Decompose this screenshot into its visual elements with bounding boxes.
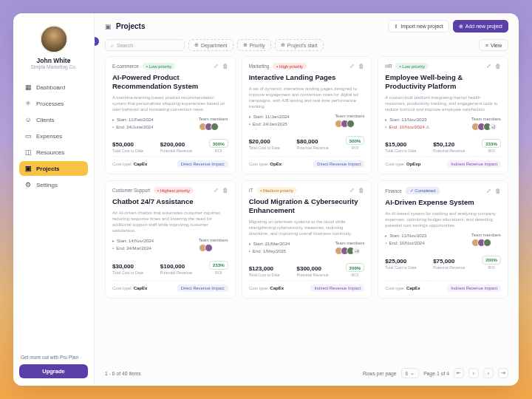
total-cost: $20,000 xyxy=(249,138,280,145)
open-icon[interactable]: ⤢ xyxy=(486,188,491,194)
chevron-down-icon: ⌄ xyxy=(410,370,415,376)
open-icon[interactable]: ⤢ xyxy=(486,63,491,69)
plus-icon: ⊕ xyxy=(459,24,463,30)
open-icon[interactable]: ⤢ xyxy=(349,187,355,194)
project-card[interactable]: Finance✓ Completed⤢🗑AI-Driven Expense Sy… xyxy=(378,180,508,299)
project-card[interactable]: E-commerce• Low priority⤢🗑AI-Powered Pro… xyxy=(105,56,236,174)
import-project-button[interactable]: ⇪Import new project xyxy=(388,20,449,33)
nav-item-dashboard[interactable]: ▦Dashboard xyxy=(19,80,88,95)
impact-badge: Direct Revenue Impact xyxy=(177,160,228,168)
nav-item-settings[interactable]: ⚙Settings xyxy=(19,177,88,192)
expenses-icon: ▭ xyxy=(24,132,32,140)
total-cost: $123,000 xyxy=(249,265,280,272)
project-category: E-commerce xyxy=(112,64,139,69)
potential-revenue: $80,000 xyxy=(296,138,328,145)
view-toggle[interactable]: ≡View xyxy=(479,39,508,51)
member-avatar[interactable] xyxy=(483,239,491,247)
potential-revenue: $100,000 xyxy=(160,263,192,270)
member-more[interactable]: +2 xyxy=(489,123,497,131)
roi-badge: 233% xyxy=(209,261,228,270)
pager-summary: 1 - 6 of 40 items xyxy=(105,371,141,376)
rows-per-page-label: Rows per page xyxy=(363,371,397,376)
open-icon[interactable]: ⤢ xyxy=(349,63,355,69)
delete-icon[interactable]: 🗑 xyxy=(222,63,228,69)
warning-icon: ⚠ xyxy=(426,125,429,129)
filter-chip-project-s-start[interactable]: ⊕Project's start xyxy=(275,39,324,51)
pagination: 1 - 6 of 40 items Rows per page 6⌄ Page … xyxy=(95,364,519,386)
delete-icon[interactable]: 🗑 xyxy=(222,187,228,194)
main: ‹ ▣ Projects ⇪Import new project ⊕Add ne… xyxy=(95,13,519,386)
resources-icon: ◫ xyxy=(24,149,32,156)
project-card[interactable]: HR• Low priority⤢🗑Employee Well-being & … xyxy=(378,56,508,174)
project-category: Marketing xyxy=(249,64,270,69)
impact-badge: Indirect Revenue Impact xyxy=(447,284,501,292)
project-description: An AI-based system for tracking and anal… xyxy=(385,211,501,228)
open-icon[interactable]: ⤢ xyxy=(214,63,219,69)
add-project-button[interactable]: ⊕Add new project xyxy=(453,20,508,33)
page-indicator: Page 1 of 4 xyxy=(423,371,449,376)
projects-icon: ▣ xyxy=(24,165,32,172)
member-more[interactable]: +8 xyxy=(352,247,361,255)
project-title: Chatbot 24/7 Assistance xyxy=(112,197,228,206)
team-label: Team members xyxy=(471,233,501,237)
project-description: A set of dynamic, interactive landing pa… xyxy=(249,86,365,109)
user-avatar[interactable] xyxy=(40,25,68,53)
team-label: Team members xyxy=(199,238,228,242)
delete-icon[interactable]: 🗑 xyxy=(495,63,501,69)
project-title: Interactive Landing Pages xyxy=(249,73,365,82)
project-description: Migrating on-premises systems to the clo… xyxy=(249,219,365,236)
member-avatar[interactable] xyxy=(205,244,213,252)
page-first-button[interactable]: ⇤ xyxy=(454,368,464,378)
total-cost: $30,000 xyxy=(112,263,143,270)
nav-item-resources[interactable]: ◫Resources xyxy=(19,145,88,160)
filter-chip-priority[interactable]: ⊕Priority xyxy=(237,39,271,51)
clients-icon: ☺ xyxy=(24,116,32,123)
project-card[interactable]: IT• Medium priority⤢🗑Cloud Migration & C… xyxy=(242,180,372,299)
rows-per-page-select[interactable]: 6⌄ xyxy=(401,368,420,378)
project-dates: ▸Start: 11/Nov/2023▪End: 10/Nov/2024 ⚠ xyxy=(385,117,429,131)
total-cost: $50,000 xyxy=(112,141,143,148)
member-avatar[interactable] xyxy=(347,120,355,128)
cost-type: Cost type: CapEx xyxy=(112,286,147,290)
page-prev-button[interactable]: ‹ xyxy=(468,368,479,378)
priority-badge: • Highest priority xyxy=(154,187,194,194)
project-title: AI-Powered Product Recommendation System xyxy=(112,73,228,91)
team-label: Team members xyxy=(471,117,501,121)
cost-type: Cost type: OpExp xyxy=(385,162,420,166)
impact-badge: Indirect Revenue Impact xyxy=(447,160,501,168)
project-category: Customer Support xyxy=(112,188,150,193)
nav-item-clients[interactable]: ☺Clients xyxy=(19,112,88,127)
completed-badge: ✓ Completed xyxy=(406,187,440,194)
open-icon[interactable]: ⤢ xyxy=(214,187,219,194)
projects-icon: ▣ xyxy=(105,23,112,30)
user-name: John White xyxy=(19,57,88,64)
processes-icon: ⚛ xyxy=(24,100,32,107)
page-last-button[interactable]: ⇥ xyxy=(498,368,508,378)
delete-icon[interactable]: 🗑 xyxy=(358,63,364,69)
nav-item-expenses[interactable]: ▭Expenses xyxy=(19,129,88,143)
impact-badge: Direct Revenue Impact xyxy=(177,284,228,292)
project-card[interactable]: Customer Support• Highest priority⤢🗑Chat… xyxy=(105,180,236,299)
roi-badge: 300% xyxy=(209,139,228,148)
delete-icon[interactable]: 🗑 xyxy=(495,188,501,194)
list-icon: ≡ xyxy=(485,43,488,48)
project-dates: ▸Start: 11/Feb/2024▪End: 24/June/2024 xyxy=(112,117,154,131)
project-category: IT xyxy=(249,188,253,193)
nav-item-projects[interactable]: ▣Projects xyxy=(19,161,88,176)
plus-circle-icon: ⊕ xyxy=(194,42,199,48)
project-card[interactable]: Marketing• High priority⤢🗑Interactive La… xyxy=(242,56,372,174)
member-avatar[interactable] xyxy=(211,123,219,131)
cost-type: Cost type: CapEx xyxy=(112,162,147,166)
delete-icon[interactable]: 🗑 xyxy=(358,187,364,194)
upgrade-button[interactable]: Upgrade xyxy=(19,364,88,378)
impact-badge: Indirect Revenue Impact xyxy=(310,284,364,292)
filters-bar: ⌕Search ⊕Department⊕Priority⊕Project's s… xyxy=(95,37,519,56)
nav-item-processes[interactable]: ⚛Processes xyxy=(19,96,88,111)
search-input[interactable]: ⌕Search xyxy=(105,39,185,51)
priority-badge: • Low priority xyxy=(143,63,175,69)
sidebar: John White Simpla Marketing Co. ▦Dashboa… xyxy=(13,13,95,386)
page-next-button[interactable]: › xyxy=(483,368,494,378)
page-title: Projects xyxy=(116,22,145,30)
search-icon: ⌕ xyxy=(111,43,114,48)
filter-chip-department[interactable]: ⊕Department xyxy=(188,39,233,51)
